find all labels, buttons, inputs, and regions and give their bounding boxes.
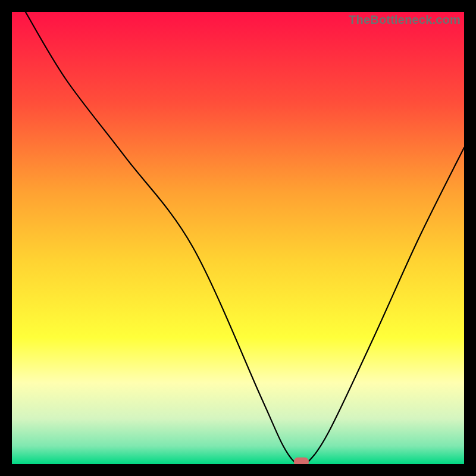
gradient-fill [12, 12, 464, 464]
bottleneck-chart [12, 12, 464, 464]
watermark-text: TheBottleneck.com [349, 13, 461, 27]
optimal-point-marker [294, 458, 308, 464]
chart-frame: TheBottleneck.com [12, 12, 464, 464]
